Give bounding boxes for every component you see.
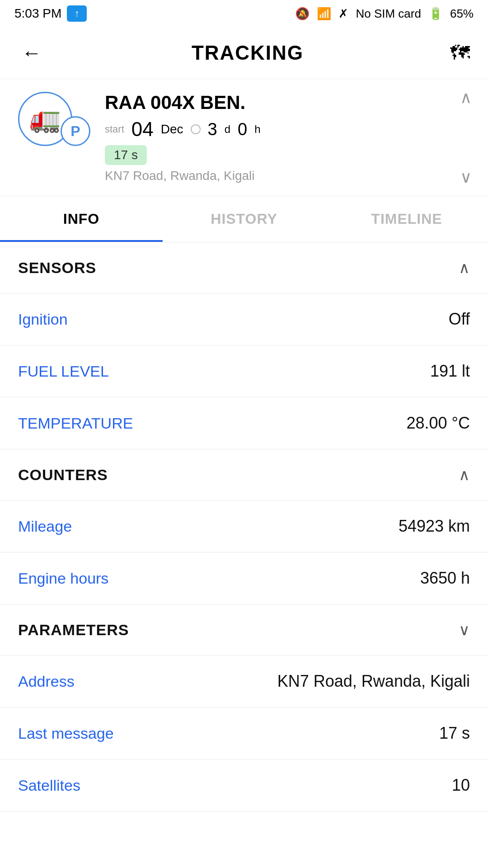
ignition-row: Ignition Off [0, 293, 488, 345]
sensors-section-header: SENSORS ∧ [0, 242, 488, 293]
address-value: KN7 Road, Rwanda, Kigali [277, 672, 470, 691]
truck-emoji: 🚛 [29, 104, 61, 134]
duration-days: 3 [208, 120, 217, 139]
battery-text: 65% [450, 7, 474, 21]
start-label: start [105, 123, 124, 135]
page-title: TRACKING [192, 42, 304, 64]
vehicle-address: KN7 Road, Rwanda, Kigali [105, 169, 470, 183]
duration-hours: 0 [238, 120, 247, 139]
map-icon[interactable]: 🗺 [450, 42, 470, 64]
vehicle-meta: start 04Dec 3d 0h [105, 118, 470, 141]
address-label: Address [18, 673, 75, 690]
engine-hours-row: Engine hours 3650 h [0, 552, 488, 604]
bell-icon: 🔕 [295, 7, 310, 21]
sensors-toggle-button[interactable]: ∧ [459, 259, 470, 277]
vehicle-details: RAA 004X BEN. start 04Dec 3d 0h 17 s KN7… [105, 92, 470, 183]
tab-info[interactable]: INFO [0, 196, 163, 242]
ignition-label: Ignition [18, 311, 68, 328]
header: ← TRACKING 🗺 [0, 27, 488, 79]
last-message-value: 17 s [439, 724, 470, 743]
last-message-row: Last message 17 s [0, 708, 488, 760]
address-row: Address KN7 Road, Rwanda, Kigali [0, 656, 488, 708]
sensors-title: SENSORS [18, 259, 96, 277]
temperature-row: TEMPERATURE 28.00 °C [0, 397, 488, 449]
fuel-level-value: 191 lt [430, 362, 470, 381]
parameters-toggle-button[interactable]: ∨ [459, 621, 470, 639]
ignition-value: Off [449, 310, 470, 329]
satellites-row: Satellites 10 [0, 760, 488, 811]
mileage-row: Mileage 54923 km [0, 500, 488, 552]
status-right: 🔕 📶 ✗ No SIM card 🔋 65% [295, 7, 474, 21]
back-button[interactable]: ← [18, 38, 45, 68]
battery-icon: 🔋 [428, 7, 443, 21]
satellites-value: 10 [452, 776, 470, 795]
wifi-icon: 📶 [317, 7, 331, 21]
tab-timeline[interactable]: TIMELINE [325, 196, 488, 242]
counters-toggle-button[interactable]: ∧ [459, 466, 470, 484]
mileage-label: Mileage [18, 518, 72, 535]
vehicle-name: RAA 004X BEN. [105, 92, 470, 113]
tab-history[interactable]: HISTORY [163, 196, 325, 242]
engine-hours-label: Engine hours [18, 570, 108, 587]
vehicle-card: ∧ 🚛 P RAA 004X BEN. start 04Dec 3d 0h 17… [0, 79, 488, 196]
parking-icon: P [70, 123, 80, 140]
no-sim-text: No SIM card [356, 7, 421, 21]
duration-hours-unit: h [254, 123, 260, 136]
collapse-top-button[interactable]: ∧ [460, 88, 472, 107]
satellites-label: Satellites [18, 777, 80, 794]
parameters-title: PARAMETERS [18, 621, 129, 639]
tabs: INFO HISTORY TIMELINE [0, 196, 488, 242]
vehicle-avatar: 🚛 P [18, 92, 90, 142]
start-month: Dec [161, 122, 183, 137]
engine-hours-value: 3650 h [420, 569, 470, 588]
upload-icon: ↑ [67, 5, 87, 22]
status-left: 5:03 PM ↑ [14, 5, 87, 22]
start-day: 04 [131, 118, 154, 141]
collapse-bottom-button[interactable]: ∨ [460, 168, 472, 187]
counters-section-header: COUNTERS ∧ [0, 449, 488, 500]
counters-title: COUNTERS [18, 466, 108, 484]
fuel-level-row: FUEL LEVEL 191 lt [0, 345, 488, 397]
status-time: 5:03 PM [14, 6, 61, 21]
mileage-value: 54923 km [399, 517, 470, 536]
sim-icon: ✗ [338, 7, 348, 21]
parameters-section-header: PARAMETERS ∨ [0, 604, 488, 656]
temperature-label: TEMPERATURE [18, 415, 133, 432]
status-bar: 5:03 PM ↑ 🔕 📶 ✗ No SIM card 🔋 65% [0, 0, 488, 27]
duration-days-unit: d [225, 123, 230, 136]
temperature-value: 28.00 °C [407, 414, 470, 433]
fuel-level-label: FUEL LEVEL [18, 363, 109, 380]
parking-badge: P [61, 116, 90, 146]
vehicle-info-row: 🚛 P RAA 004X BEN. start 04Dec 3d 0h 17 s… [18, 92, 470, 183]
status-pill: 17 s [105, 145, 147, 165]
last-message-label: Last message [18, 725, 114, 742]
separator-dot [191, 124, 201, 134]
